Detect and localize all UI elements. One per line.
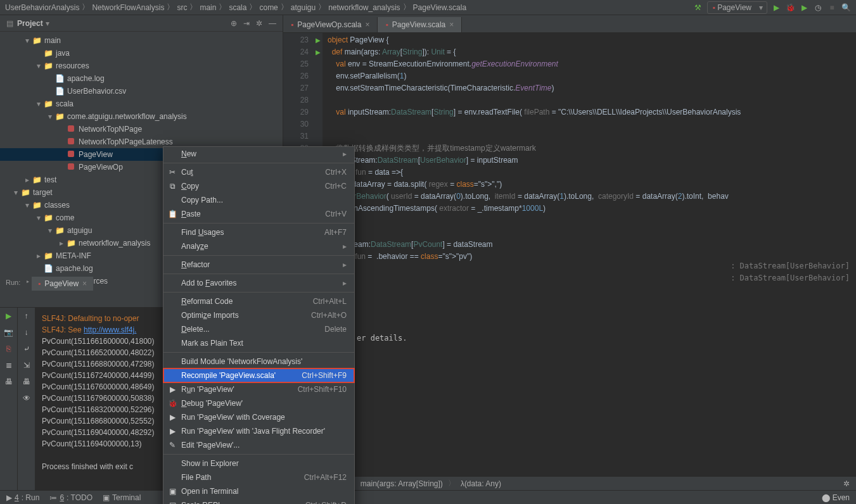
project-tool-icon: ▤ xyxy=(6,19,13,28)
code-editor[interactable]: object PageView { def main(args: Array[S… xyxy=(323,33,856,476)
menu-item[interactable]: Build Module 'NetworkFlowAnalysis' xyxy=(163,355,354,369)
menu-item[interactable]: Reformat CodeCtrl+Alt+L xyxy=(163,294,354,308)
menu-item[interactable]: Mark as Plain Text xyxy=(163,336,354,350)
run-icon[interactable]: ▶ xyxy=(771,3,781,13)
bc-root[interactable]: UserBehaviorAnalysis xyxy=(5,3,79,12)
close-icon[interactable]: × xyxy=(449,20,454,29)
project-title: Project xyxy=(17,19,43,28)
down-icon[interactable]: ↓ xyxy=(25,328,29,337)
stop-icon[interactable]: ■ xyxy=(827,3,837,13)
menu-item[interactable]: ▶Run 'PageView' with Coverage xyxy=(163,410,354,424)
tree-node[interactable]: ▾📁scala xyxy=(0,98,283,110)
menu-item[interactable]: ▣Scala REPL...Ctrl+Shift+D xyxy=(163,498,354,504)
menu-item[interactable]: ▣Open in Terminal xyxy=(163,484,354,498)
type-hint: : DataStream[UserBehavior] xyxy=(731,261,850,270)
menu-item[interactable]: Copy Path... xyxy=(163,193,354,207)
menu-item[interactable]: ✎Edit 'PageView'... xyxy=(163,438,354,452)
sb-todo[interactable]: ≔ 6: TODO xyxy=(49,493,93,502)
menu-item[interactable]: New▸ xyxy=(163,147,354,161)
tree-node[interactable]: NetworkTopNPage xyxy=(0,123,283,135)
menu-item[interactable]: File PathCtrl+Alt+F12 xyxy=(163,470,354,484)
sb-terminal[interactable]: ▣ Terminal xyxy=(103,493,141,502)
stop-icon[interactable]: 📷 xyxy=(4,328,13,337)
tree-node[interactable]: 📄UserBehavior.csv xyxy=(0,85,283,98)
nav-breadcrumb: UserBehaviorAnalysis〉 NetworkFlowAnalysi… xyxy=(0,0,856,15)
scroll-icon[interactable]: ⇲ xyxy=(23,361,30,370)
tree-node[interactable]: ▾📁resources xyxy=(0,60,283,72)
menu-item[interactable]: 🐞Debug 'PageView' xyxy=(163,396,354,410)
tree-node[interactable]: 📁java xyxy=(0,47,283,60)
menu-item[interactable]: ✂CutCtrl+X xyxy=(163,165,354,179)
status-bar: ▶ 4: Run ≔ 6: TODO ▣ Terminal ⬤ Even xyxy=(0,490,856,504)
editor-tab[interactable]: ▪PageViewOp.scala× xyxy=(283,17,378,32)
run-config-select[interactable]: ▪ PageView xyxy=(707,1,767,14)
locate-icon[interactable]: ⊕ xyxy=(231,19,237,28)
menu-item[interactable]: Find UsagesAlt+F7 xyxy=(163,225,354,239)
wrap-icon[interactable]: ⤶ xyxy=(23,344,30,353)
run-tab[interactable]: ▪ PageView × xyxy=(32,277,93,291)
search-icon[interactable]: 🔍 xyxy=(841,3,851,13)
menu-item[interactable]: 📋PasteCtrl+V xyxy=(163,207,354,221)
run-tool-label: Run: xyxy=(0,276,27,289)
menu-item[interactable]: Recompile 'PageView.scala'Ctrl+Shift+F9 xyxy=(163,369,354,382)
gear-icon[interactable]: ✲ xyxy=(843,479,850,488)
menu-item[interactable]: Add to Favorites▸ xyxy=(163,276,354,290)
print-icon[interactable]: 🖶 xyxy=(23,377,30,386)
menu-item[interactable]: Analyze▸ xyxy=(163,239,354,253)
tree-node[interactable]: ▾📁main xyxy=(0,34,283,47)
menu-item[interactable]: ⧉CopyCtrl+C xyxy=(163,179,354,193)
close-icon[interactable]: × xyxy=(365,20,369,29)
scala-icon: ▪ xyxy=(291,20,293,29)
menu-item[interactable]: Refactor▸ xyxy=(163,258,354,272)
profile-icon[interactable]: ◷ xyxy=(813,3,823,13)
editor-breadcrumb: PageView〉 main(args: Array[String])〉 λ(d… xyxy=(283,476,856,490)
layout-icon[interactable]: ≣ xyxy=(6,361,12,370)
run-gutter-left: ▶ 📷 ⎘ ≣ 🖶 xyxy=(0,308,18,490)
scala-icon: ▪ xyxy=(38,279,41,288)
hide-icon[interactable]: — xyxy=(269,19,276,28)
sb-run[interactable]: ▶ 4: Run xyxy=(6,493,39,502)
menu-item[interactable]: ▶Run 'PageView' with 'Java Flight Record… xyxy=(163,424,354,438)
rerun-icon[interactable]: ▶ xyxy=(6,312,11,320)
menu-item[interactable]: Show in Explorer xyxy=(163,457,354,470)
build-icon[interactable]: ⚒ xyxy=(693,3,703,13)
editor-tabs: ▪PageViewOp.scala× ▪PageView.scala× xyxy=(283,15,856,33)
close-icon[interactable]: × xyxy=(82,279,87,288)
project-tool-header: ▤ Project ▾ ⊕ ⇥ ✲ — xyxy=(0,15,283,32)
menu-item[interactable]: Delete...Delete xyxy=(163,322,354,336)
chevron-right-icon: 〉 xyxy=(82,2,89,13)
run-gutter-right: ↑ ↓ ⤶ ⇲ 🖶 👁 xyxy=(18,308,35,490)
debug-icon[interactable]: 🐞 xyxy=(785,3,795,13)
menu-item[interactable]: Optimize ImportsCtrl+Alt+O xyxy=(163,308,354,322)
context-menu[interactable]: New▸✂CutCtrl+X⧉CopyCtrl+CCopy Path...📋Pa… xyxy=(163,146,355,504)
clear-icon[interactable]: 👁 xyxy=(23,394,30,403)
sb-events[interactable]: ⬤ Even xyxy=(822,493,850,502)
collapse-icon[interactable]: ⇥ xyxy=(243,19,250,28)
type-hint: : DataStream[UserBehavior] xyxy=(731,274,850,282)
up-icon[interactable]: ↑ xyxy=(25,312,29,320)
menu-item[interactable]: ▶Run 'PageView'Ctrl+Shift+F10 xyxy=(163,382,354,396)
scala-icon: ▪ xyxy=(385,20,388,29)
pin-icon[interactable]: 🖶 xyxy=(5,377,13,386)
chevron-down-icon[interactable]: ▾ xyxy=(46,19,49,28)
tree-node[interactable]: ▾📁come.atguigu.networkflow_analysis xyxy=(0,110,283,123)
console-fragment: er details. xyxy=(357,334,407,343)
exit-icon[interactable]: ⎘ xyxy=(6,344,11,353)
gear-icon[interactable]: ✲ xyxy=(256,19,262,28)
editor-tab-active[interactable]: ▪PageView.scala× xyxy=(378,17,462,32)
tree-node[interactable]: 📄apache.log xyxy=(0,72,283,85)
coverage-icon[interactable]: ▶ xyxy=(799,3,809,13)
